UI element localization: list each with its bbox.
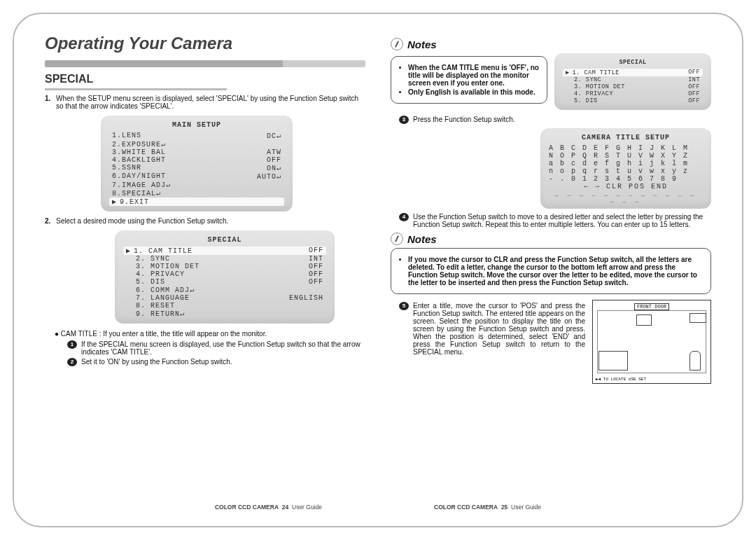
page: Operating Your Camera SPECIAL 1. When th… xyxy=(0,0,756,540)
sub-step-3: 3Press the Function Setup switch. xyxy=(399,116,711,124)
step5-row: 5Enter a title, move the cursor to 'POS'… xyxy=(391,300,711,384)
chapter-title: Operating Your Camera xyxy=(45,34,365,53)
sub-step-1: 1If the SPECIAL menu screen is displayed… xyxy=(67,340,365,356)
step-2: 2. Select a desired mode using the Funct… xyxy=(45,217,365,225)
pin-icon xyxy=(391,38,403,50)
chapter-rule xyxy=(45,60,365,67)
left-column: Operating Your Camera SPECIAL 1. When th… xyxy=(45,34,365,515)
cam-title-lead: ● CAM TITLE : If you enter a title, the … xyxy=(55,329,365,338)
osd-main-setup: MAIN SETUP 1.LENSDC↵ 2.EXPOSURE↵ 3.WHITE… xyxy=(101,116,293,212)
notes-top-row: When the CAM TITLE menu is 'OFF', no tit… xyxy=(391,53,711,110)
notes-header-top: Notes xyxy=(391,38,711,50)
step2-text: Select a desired mode using the Function… xyxy=(56,217,228,225)
room-picture-icon xyxy=(636,314,652,326)
footer: COLOR CCD CAMERA 24 User Guide COLOR CCD… xyxy=(14,504,742,511)
room-person-icon xyxy=(690,351,701,371)
room-illustration: FRONT DOOR ▶◀ TO LOCATE USE SET xyxy=(592,300,711,384)
osd-special-mini: SPECIAL 1. CAM TITLEOFF 2. SYNCINT 3. MO… xyxy=(554,53,711,110)
room-desk-icon xyxy=(598,351,628,371)
step1-text: When the SETUP menu screen is displayed,… xyxy=(56,95,365,110)
step-1: 1. When the SETUP menu screen is display… xyxy=(45,95,365,110)
section-title: SPECIAL xyxy=(45,73,365,85)
osd-special-menu: SPECIAL 1. CAM TITLEOFF 2. SYNCINT 3. MO… xyxy=(115,230,335,324)
page-border: Operating Your Camera SPECIAL 1. When th… xyxy=(13,13,743,527)
room-label: FRONT DOOR xyxy=(634,303,669,310)
notes-header-mid: Notes xyxy=(391,233,711,245)
osd-camera-title-setup: CAMERA TITLE SETUP A B C D E F G H I J K… xyxy=(540,128,711,209)
pin-icon xyxy=(391,233,403,245)
room-bottom-text: ▶◀ TO LOCATE USE SET xyxy=(596,376,646,382)
notes-box-mid: If you move the cursor to CLR and press … xyxy=(391,248,711,294)
room-camera-icon xyxy=(690,313,706,323)
sub-step-4: 4Use the Function Setup switch to move t… xyxy=(399,213,711,228)
content: Operating Your Camera SPECIAL 1. When th… xyxy=(14,14,742,526)
right-column: Notes When the CAM TITLE menu is 'OFF', … xyxy=(391,34,711,515)
notes-box-top: When the CAM TITLE menu is 'OFF', no tit… xyxy=(391,56,547,104)
section-rule xyxy=(45,88,227,90)
sub-step-2: 2Set it to 'ON' by using the Function Se… xyxy=(67,358,365,366)
